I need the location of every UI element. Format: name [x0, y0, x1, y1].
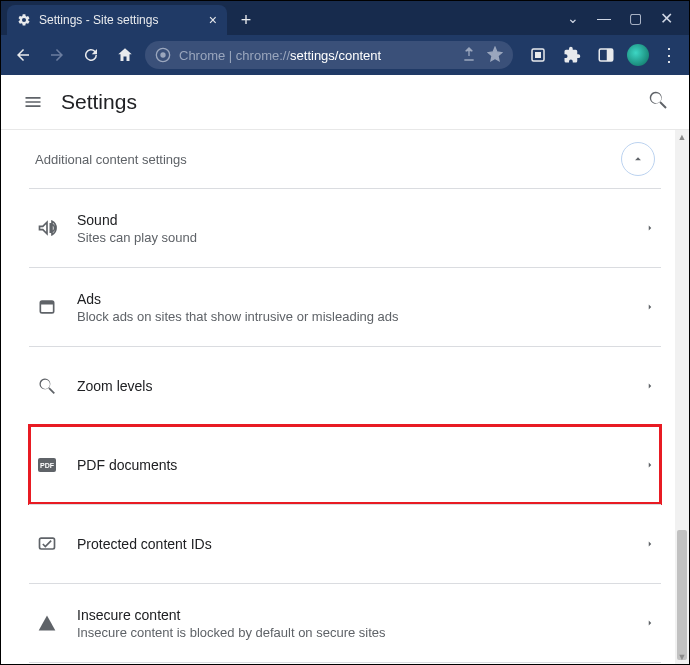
menu-icon[interactable] — [21, 90, 45, 114]
tab-title: Settings - Site settings — [39, 13, 158, 27]
address-bar[interactable]: Chrome | chrome://settings/content — [145, 41, 513, 69]
row-subtitle: Block ads on sites that show intrusive o… — [77, 309, 627, 324]
maximize-icon[interactable]: ▢ — [629, 10, 642, 26]
sound-icon — [35, 218, 59, 238]
scroll-up-icon[interactable]: ▲ — [675, 130, 689, 144]
setting-row-pdf[interactable]: PDF PDF documents — [29, 425, 661, 504]
section-title: Additional content settings — [35, 152, 187, 167]
setting-row-zoom[interactable]: Zoom levels — [29, 346, 661, 425]
chevron-right-icon — [645, 614, 655, 632]
close-window-icon[interactable]: ✕ — [660, 9, 673, 28]
row-title: Zoom levels — [77, 378, 627, 394]
chevron-down-icon[interactable]: ⌄ — [567, 10, 579, 26]
chevron-right-icon — [645, 219, 655, 237]
setting-row-thirdparty[interactable]: Third-party sign-in Sites can show sign-… — [29, 662, 661, 664]
titlebar: Settings - Site settings × + ⌄ — ▢ ✕ — [1, 1, 689, 35]
reload-button[interactable] — [77, 41, 105, 69]
forward-button[interactable] — [43, 41, 71, 69]
setting-row-protected[interactable]: Protected content IDs — [29, 504, 661, 583]
svg-rect-7 — [40, 301, 53, 304]
extension-square-icon[interactable] — [525, 42, 551, 68]
svg-rect-8 — [40, 538, 55, 549]
row-subtitle: Sites can play sound — [77, 230, 627, 245]
scroll-down-icon[interactable]: ▼ — [675, 650, 689, 664]
row-title: Ads — [77, 291, 627, 307]
row-subtitle: Insecure content is blocked by default o… — [77, 625, 627, 640]
row-title: PDF documents — [77, 457, 627, 473]
settings-page: Settings Additional content settings — [1, 75, 689, 664]
bookmark-icon[interactable] — [487, 46, 503, 65]
collapse-button[interactable] — [621, 142, 655, 176]
settings-header: Settings — [1, 75, 689, 130]
browser-menu-icon[interactable]: ⋮ — [657, 44, 681, 66]
svg-rect-3 — [535, 52, 541, 58]
chevron-right-icon — [645, 377, 655, 395]
setting-row-sound[interactable]: Sound Sites can play sound — [29, 188, 661, 267]
home-button[interactable] — [111, 41, 139, 69]
side-panel-icon[interactable] — [593, 42, 619, 68]
url-text: Chrome | chrome://settings/content — [179, 48, 381, 63]
back-button[interactable] — [9, 41, 37, 69]
settings-content[interactable]: Additional content settings Sound Sites … — [1, 130, 689, 664]
scroll-thumb[interactable] — [677, 530, 687, 660]
insecure-icon — [35, 613, 59, 633]
page-title: Settings — [61, 90, 137, 114]
zoom-icon — [35, 376, 59, 396]
extensions-puzzle-icon[interactable] — [559, 42, 585, 68]
browser-tab[interactable]: Settings - Site settings × — [7, 5, 227, 35]
section-header: Additional content settings — [29, 130, 661, 188]
new-tab-button[interactable]: + — [233, 7, 259, 33]
profile-avatar[interactable] — [627, 44, 649, 66]
browser-window: Settings - Site settings × + ⌄ — ▢ ✕ — [0, 0, 690, 665]
svg-rect-5 — [607, 49, 613, 61]
chevron-right-icon — [645, 298, 655, 316]
row-title: Sound — [77, 212, 627, 228]
minimize-icon[interactable]: — — [597, 10, 611, 26]
browser-toolbar: Chrome | chrome://settings/content ⋮ — [1, 35, 689, 75]
window-controls: ⌄ — ▢ ✕ — [551, 1, 689, 35]
setting-row-ads[interactable]: Ads Block ads on sites that show intrusi… — [29, 267, 661, 346]
search-icon[interactable] — [647, 89, 669, 115]
ads-icon — [35, 297, 59, 317]
gear-icon — [17, 13, 31, 27]
close-tab-icon[interactable]: × — [209, 12, 217, 28]
svg-point-1 — [160, 52, 165, 57]
share-icon[interactable] — [461, 46, 477, 65]
pdf-icon: PDF — [35, 458, 59, 472]
protected-icon — [35, 534, 59, 554]
chevron-right-icon — [645, 456, 655, 474]
row-title: Insecure content — [77, 607, 627, 623]
chevron-right-icon — [645, 535, 655, 553]
scrollbar[interactable]: ▲ ▼ — [675, 130, 689, 664]
setting-row-insecure[interactable]: Insecure content Insecure content is blo… — [29, 583, 661, 662]
chrome-icon — [155, 47, 171, 63]
row-title: Protected content IDs — [77, 536, 627, 552]
